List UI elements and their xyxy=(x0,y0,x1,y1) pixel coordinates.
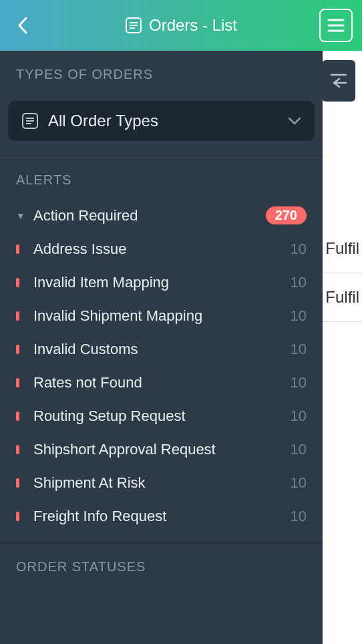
alert-indicator-icon xyxy=(16,245,28,254)
alert-label: Freight Info Request xyxy=(33,508,291,525)
alert-label: Shipment At Risk xyxy=(33,474,291,492)
alert-label: Shipshort Approval Request xyxy=(33,441,291,458)
alert-count: 10 xyxy=(291,474,307,492)
alert-action-required[interactable]: ▼ Action Required 270 xyxy=(16,198,307,232)
menu-button[interactable] xyxy=(319,9,353,42)
alert-indicator-icon xyxy=(16,378,28,387)
statuses-label: ORDER STATUSES xyxy=(16,559,307,575)
alert-item[interactable]: Invalid Item Mapping 10 xyxy=(16,266,307,299)
alert-label: Invalid Customs xyxy=(33,341,291,358)
alert-indicator-icon xyxy=(16,278,28,287)
alert-count: 10 xyxy=(291,374,307,391)
alert-indicator-icon xyxy=(16,311,28,321)
alert-item[interactable]: Freight Info Request 10 xyxy=(16,500,307,533)
alert-indicator-icon xyxy=(16,478,28,488)
chevron-down-icon xyxy=(288,117,301,125)
alert-count: 10 xyxy=(291,240,307,258)
alert-badge: 270 xyxy=(266,206,307,224)
alert-indicator-icon xyxy=(16,445,28,454)
alert-item[interactable]: Invalid Customs 10 xyxy=(16,333,307,366)
chevron-left-icon xyxy=(17,17,28,34)
list-icon xyxy=(21,112,39,130)
alert-item[interactable]: Shipshort Approval Request 10 xyxy=(16,433,307,466)
order-type-dropdown[interactable]: All Order Types xyxy=(8,101,315,141)
alert-item[interactable]: Address Issue 10 xyxy=(16,232,307,266)
alert-count: 10 xyxy=(291,408,307,425)
alert-label: Rates not Found xyxy=(33,374,291,391)
collapse-sidebar-button[interactable] xyxy=(322,60,355,102)
alert-label: Invalid Item Mapping xyxy=(33,274,291,291)
alert-count: 10 xyxy=(291,341,307,358)
sidebar: TYPES OF ORDERS All Order Types ALERTS ▼… xyxy=(0,51,323,644)
alert-indicator-icon xyxy=(16,512,28,521)
alert-indicator-icon xyxy=(16,412,28,421)
section-types: TYPES OF ORDERS xyxy=(0,51,323,93)
page-title: Orders - List xyxy=(125,16,237,35)
alert-label: Routing Setup Request xyxy=(33,408,291,425)
alerts-label: ALERTS xyxy=(16,172,307,188)
section-statuses: ORDER STATUSES xyxy=(0,543,323,585)
alert-item[interactable]: Rates not Found 10 xyxy=(16,366,307,399)
alert-count: 10 xyxy=(291,274,307,291)
alert-indicator-icon xyxy=(16,345,28,354)
app-header: Orders - List xyxy=(0,0,362,51)
alert-label: Address Issue xyxy=(33,240,291,258)
section-alerts: ALERTS xyxy=(0,156,323,198)
alert-count: 10 xyxy=(291,307,307,325)
dropdown-value: All Order Types xyxy=(48,112,279,130)
hamburger-icon xyxy=(327,19,345,32)
back-button[interactable] xyxy=(9,12,36,39)
alert-item[interactable]: Shipment At Risk 10 xyxy=(16,466,307,500)
alert-label: Action Required xyxy=(33,207,266,224)
collapse-icon xyxy=(330,73,347,88)
caret-down-icon: ▼ xyxy=(16,210,28,221)
list-icon xyxy=(125,17,142,34)
page-title-text: Orders - List xyxy=(149,16,237,35)
alert-item[interactable]: Routing Setup Request 10 xyxy=(16,399,307,433)
types-label: TYPES OF ORDERS xyxy=(16,67,307,82)
alert-count: 10 xyxy=(291,508,307,525)
alert-item[interactable]: Invalid Shipment Mapping 10 xyxy=(16,299,307,333)
alert-count: 10 xyxy=(291,441,307,458)
alert-label: Invalid Shipment Mapping xyxy=(33,307,291,325)
alerts-list: ▼ Action Required 270 Address Issue 10 I… xyxy=(0,198,323,533)
